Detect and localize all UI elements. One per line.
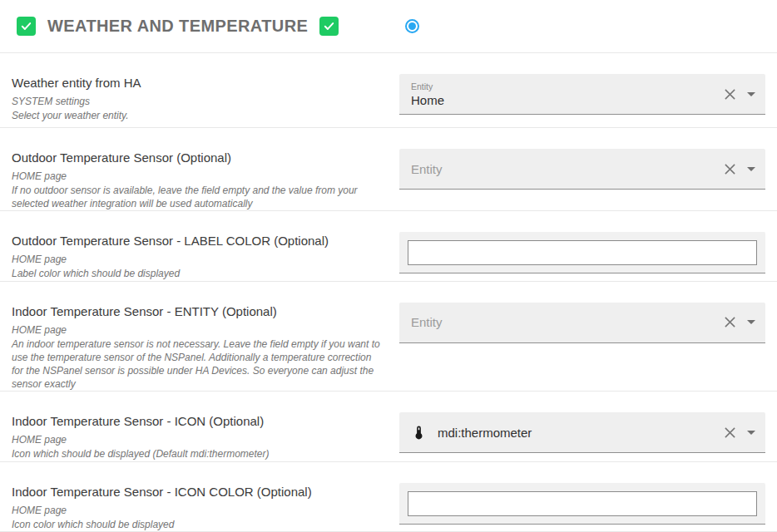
setting-description: If no outdoor sensor is available, leave… [12, 184, 384, 210]
color-input-panel [399, 483, 765, 525]
chevron-down-icon[interactable] [747, 167, 755, 171]
section-checkbox-right[interactable] [319, 17, 339, 36]
field-placeholder: Entity [411, 315, 443, 329]
setting-row-weather-entity: Weather entity from HA SYSTEM settings S… [0, 52, 777, 127]
setting-description: An indoor temperature sensor is not nece… [12, 337, 384, 392]
setting-context: HOME page [12, 434, 388, 446]
chevron-down-icon[interactable] [747, 320, 755, 324]
field-value: Home [411, 93, 444, 107]
thermometer-icon [411, 425, 427, 441]
clear-icon[interactable] [724, 316, 736, 328]
setting-row-outdoor-label-color: Outdoor Temperature Sensor - LABEL COLOR… [0, 210, 777, 280]
radio-dot-icon [408, 22, 416, 30]
setting-title: Indoor Temperature Sensor - ICON (Option… [12, 414, 388, 428]
setting-description: Select your weather entity. [12, 109, 384, 122]
clear-icon[interactable] [724, 426, 736, 439]
setting-title: Outdoor Temperature Sensor (Optional) [12, 150, 388, 165]
field-value: mdi:thermometer [438, 426, 532, 440]
field-label: Entity [411, 81, 444, 91]
setting-title: Indoor Temperature Sensor - ICON COLOR (… [12, 485, 388, 499]
indoor-entity-select[interactable]: Entity [399, 303, 765, 343]
outdoor-label-color-input[interactable] [408, 240, 757, 265]
field-placeholder: Entity [411, 162, 443, 176]
check-icon [323, 20, 335, 32]
setting-title: Weather entity from HA [12, 76, 388, 90]
clear-icon[interactable] [724, 88, 736, 101]
setting-description: Label color which should be displayed [12, 267, 384, 280]
setting-row-outdoor-sensor: Outdoor Temperature Sensor (Optional) HO… [0, 127, 777, 210]
setting-title: Indoor Temperature Sensor - ENTITY (Opti… [12, 304, 388, 318]
settings-page: WEATHER AND TEMPERATURE Weather entity f… [0, 0, 777, 532]
setting-row-indoor-entity: Indoor Temperature Sensor - ENTITY (Opti… [0, 281, 777, 392]
outdoor-entity-select[interactable]: Entity [399, 149, 765, 190]
weather-entity-select[interactable]: Entity Home [399, 74, 765, 115]
section-header: WEATHER AND TEMPERATURE [0, 0, 777, 52]
chevron-down-icon[interactable] [747, 431, 755, 435]
indoor-icon-color-input[interactable] [408, 491, 757, 516]
setting-title: Outdoor Temperature Sensor - LABEL COLOR… [12, 234, 388, 248]
section-title: WEATHER AND TEMPERATURE [47, 17, 308, 36]
setting-context: HOME page [12, 170, 388, 182]
color-input-panel [399, 232, 765, 273]
check-icon [20, 20, 32, 32]
setting-description: Icon color which should be displayed [12, 518, 384, 531]
setting-context: HOME page [12, 254, 388, 265]
setting-row-indoor-icon: Indoor Temperature Sensor - ICON (Option… [0, 391, 777, 461]
section-checkbox-left[interactable] [17, 17, 36, 36]
setting-context: HOME page [12, 505, 388, 516]
setting-context: HOME page [12, 324, 388, 336]
clear-icon[interactable] [724, 163, 736, 175]
indoor-icon-select[interactable]: mdi:thermometer [399, 412, 765, 453]
setting-description: Icon which should be displayed (Default … [12, 447, 384, 461]
section-radio[interactable] [405, 19, 419, 33]
chevron-down-icon[interactable] [747, 92, 755, 96]
setting-context: SYSTEM settings [12, 96, 388, 107]
setting-row-indoor-icon-color: Indoor Temperature Sensor - ICON COLOR (… [0, 461, 777, 531]
